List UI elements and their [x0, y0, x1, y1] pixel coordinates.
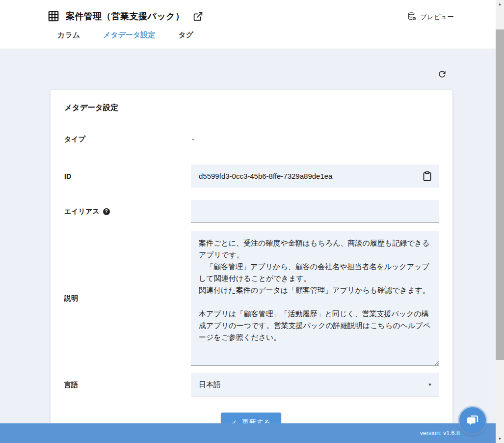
field-row-id: ID d5599fd3-0cc3-45b6-8ffe-7329a89de1ea: [63, 165, 439, 188]
tab-bar: カラム メタデータ設定 タグ: [0, 30, 496, 45]
field-row-description: 説明 案件ごとに、受注の確度や金額はもちろん、商談の履歴も記録できるアプリです。…: [63, 231, 439, 366]
chat-widget-button[interactable]: [459, 407, 486, 434]
version-bar: version: v1.6.8: [0, 423, 496, 443]
alias-label: エイリアス: [64, 207, 100, 216]
metadata-settings-card: メタデータ設定 タイプ - ID d5599fd3-0cc3-45b6-8ffe…: [51, 90, 452, 443]
tab-tags[interactable]: タグ: [177, 30, 194, 45]
description-textarea[interactable]: 案件ごとに、受注の確度や金額はもちろん、商談の履歴も記録できるアプリです。 「顧…: [191, 231, 439, 366]
language-label: 言語: [63, 373, 191, 396]
page-title: 案件管理（営業支援パック）: [66, 10, 185, 22]
id-label: ID: [63, 165, 191, 188]
field-row-language: 言語 日本語 ▼: [63, 373, 439, 396]
card-title: メタデータ設定: [64, 103, 439, 113]
id-value: d5599fd3-0cc3-45b6-8ffe-7329a89de1ea: [199, 172, 332, 180]
version-text: version: v1.6.8: [420, 430, 460, 437]
clipboard-icon[interactable]: [422, 171, 432, 182]
scrollbar-thumb[interactable]: [496, 29, 504, 360]
chat-bubble-icon: [465, 413, 480, 429]
alias-field-box: [191, 200, 439, 223]
preview-button[interactable]: プレビュー: [407, 12, 454, 23]
scrollbar[interactable]: ▲ ▼: [496, 0, 504, 443]
chevron-down-icon: ▼: [427, 382, 432, 387]
app-header: 案件管理（営業支援パック） プレビュー: [0, 0, 496, 49]
language-select[interactable]: 日本語 ▼: [191, 373, 439, 396]
description-label: 説明: [63, 231, 191, 366]
language-value: 日本語: [199, 380, 221, 389]
preview-label: プレビュー: [420, 13, 454, 22]
field-row-alias: エイリアス ?: [63, 200, 439, 223]
scroll-up-arrow[interactable]: ▲: [496, 0, 504, 8]
id-field[interactable]: d5599fd3-0cc3-45b6-8ffe-7329a89de1ea: [191, 165, 439, 188]
table-grid-icon: [47, 10, 60, 23]
scroll-down-arrow[interactable]: ▼: [496, 435, 504, 443]
alias-input[interactable]: [199, 200, 432, 222]
main-content: メタデータ設定 タイプ - ID d5599fd3-0cc3-45b6-8ffe…: [0, 50, 496, 443]
database-eye-icon: [407, 12, 417, 23]
external-link-icon[interactable]: [193, 11, 203, 22]
refresh-icon[interactable]: [437, 69, 448, 80]
field-row-type: タイプ -: [63, 130, 439, 149]
tab-columns[interactable]: カラム: [56, 30, 81, 45]
type-value: -: [191, 135, 194, 143]
app-window: 案件管理（営業支援パック） プレビュー: [0, 0, 496, 443]
help-icon[interactable]: ?: [103, 208, 110, 215]
type-label: タイプ: [63, 135, 191, 144]
tab-metadata-settings[interactable]: メタデータ設定: [102, 30, 156, 45]
title-row: 案件管理（営業支援パック） プレビュー: [0, 0, 496, 23]
